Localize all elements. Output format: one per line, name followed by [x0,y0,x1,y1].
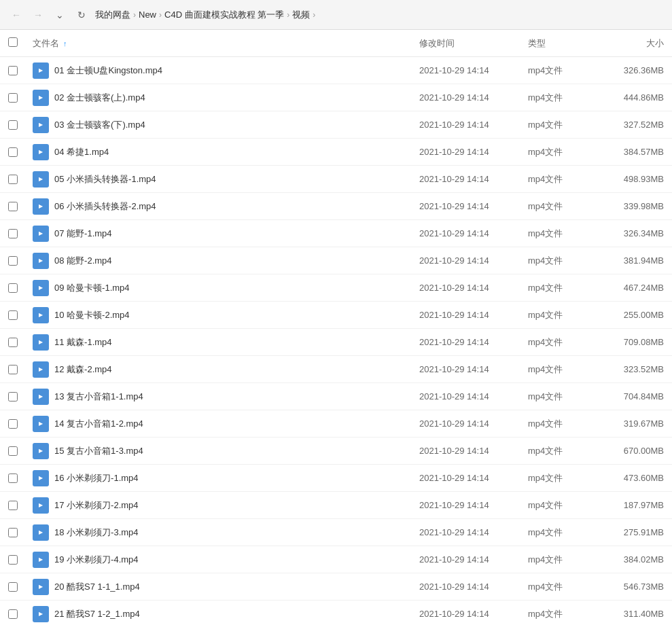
file-type-icon [33,144,49,160]
row-checkbox-col [8,392,33,401]
refresh-button[interactable]: ↻ [73,7,90,23]
row-checkbox[interactable] [8,66,18,75]
file-name-text: 03 金士顿骇客(下).mp4 [54,119,145,131]
row-checkbox[interactable] [8,419,18,429]
row-checkbox[interactable] [8,310,18,320]
file-name-col[interactable]: 08 能野-2.mp4 [33,253,419,269]
file-size: 323.52MB [596,364,664,374]
row-checkbox[interactable] [8,365,18,374]
row-checkbox-col [8,229,33,238]
file-name-col[interactable]: 05 小米插头转换器-1.mp4 [33,171,419,188]
row-checkbox[interactable] [8,609,18,619]
file-name-col[interactable]: 11 戴森-1.mp4 [33,334,419,351]
file-type: mp4文件 [528,526,596,539]
row-checkbox-col [8,609,33,619]
row-checkbox[interactable] [8,120,18,130]
file-name-col[interactable]: 18 小米剃须刀-3.mp4 [33,524,419,541]
row-checkbox[interactable] [8,202,18,211]
header-type-col[interactable]: 类型 [528,37,596,50]
select-all-checkbox[interactable] [8,37,18,47]
file-name-col[interactable]: 07 能野-1.mp4 [33,226,419,242]
file-type: mp4文件 [528,146,596,158]
file-name-col[interactable]: 03 金士顿骇客(下).mp4 [33,117,419,133]
table-row: 09 哈曼卡顿-1.mp4 2021-10-29 14:14 mp4文件 467… [0,274,672,302]
breadcrumb-item-root[interactable]: 我的网盘 [95,9,130,21]
dropdown-button[interactable]: ⌄ [52,7,68,23]
file-date: 2021-10-29 14:14 [419,582,528,592]
file-name-col[interactable]: 12 戴森-2.mp4 [33,361,419,378]
file-date: 2021-10-29 14:14 [419,283,528,293]
file-name-text: 10 哈曼卡顿-2.mp4 [54,309,130,321]
col-size-label: 大小 [646,38,664,48]
file-type: mp4文件 [528,445,596,457]
file-name-col[interactable]: 21 酷我S7 1-2_1.mp4 [33,606,419,622]
row-checkbox[interactable] [8,392,18,401]
header-date-col[interactable]: 修改时间 [419,37,528,50]
back-button[interactable]: ← [8,7,24,23]
file-type-icon [33,416,49,432]
row-checkbox[interactable] [8,446,18,456]
row-checkbox[interactable] [8,283,18,293]
file-type: mp4文件 [528,418,596,430]
header-name-col[interactable]: 文件名 ↑ [33,37,419,50]
file-name-col[interactable]: 17 小米剃须刀-2.mp4 [33,497,419,514]
file-type-icon [33,90,49,106]
file-size: 704.84MB [596,391,664,401]
file-date: 2021-10-29 14:14 [419,500,528,510]
row-checkbox[interactable] [8,338,18,347]
file-name-text: 01 金士顿U盘Kingston.mp4 [54,65,162,77]
row-checkbox[interactable] [8,147,18,157]
file-name-col[interactable]: 09 哈曼卡顿-1.mp4 [33,280,419,296]
file-date: 2021-10-29 14:14 [419,120,528,130]
row-checkbox[interactable] [8,229,18,238]
file-type-icon [33,62,49,79]
row-checkbox-col [8,582,33,592]
breadcrumb-sep-1: › [133,10,136,20]
table-row: 11 戴森-1.mp4 2021-10-29 14:14 mp4文件 709.0… [0,329,672,356]
row-checkbox[interactable] [8,501,18,510]
file-type-icon [33,117,49,133]
breadcrumb-item-new[interactable]: New [139,10,156,20]
file-name-col[interactable]: 19 小米剃须刀-4.mp4 [33,552,419,568]
file-name-text: 14 复古小音箱1-2.mp4 [54,418,143,430]
file-name-col[interactable]: 01 金士顿U盘Kingston.mp4 [33,62,419,79]
forward-button[interactable]: → [30,7,46,23]
file-type-icon [33,552,49,568]
row-checkbox[interactable] [8,528,18,537]
row-checkbox-col [8,120,33,130]
file-name-col[interactable]: 16 小米剃须刀-1.mp4 [33,470,419,486]
row-checkbox[interactable] [8,175,18,184]
header-size-col[interactable]: 大小 [596,37,664,50]
row-checkbox[interactable] [8,555,18,565]
breadcrumb-sep-2: › [159,10,162,20]
table-row: 16 小米剃须刀-1.mp4 2021-10-29 14:14 mp4文件 47… [0,465,672,492]
file-name-col[interactable]: 13 复古小音箱1-1.mp4 [33,389,419,405]
file-type-icon [33,470,49,486]
breadcrumb-item-course[interactable]: C4D 曲面建模实战教程 第一季 [164,9,284,21]
file-type: mp4文件 [528,282,596,294]
file-date: 2021-10-29 14:14 [419,92,528,103]
file-date: 2021-10-29 14:14 [419,201,528,211]
file-name-col[interactable]: 06 小米插头转换器-2.mp4 [33,198,419,215]
file-size: 339.98MB [596,201,664,211]
file-name-col[interactable]: 15 复古小音箱1-3.mp4 [33,443,419,459]
file-type: mp4文件 [528,309,596,321]
file-type-icon [33,253,49,269]
header-checkbox-col [8,37,33,49]
file-name-col[interactable]: 14 复古小音箱1-2.mp4 [33,416,419,432]
row-checkbox[interactable] [8,582,18,592]
file-name-col[interactable]: 10 哈曼卡顿-2.mp4 [33,307,419,323]
file-date: 2021-10-29 14:14 [419,391,528,401]
file-name-col[interactable]: 04 希捷1.mp4 [33,144,419,160]
breadcrumb: 我的网盘 › New › C4D 曲面建模实战教程 第一季 › 视频 › [95,9,664,21]
file-type-icon [33,524,49,541]
breadcrumb-item-video[interactable]: 视频 [292,9,310,21]
row-checkbox[interactable] [8,256,18,266]
table-row: 17 小米剃须刀-2.mp4 2021-10-29 14:14 mp4文件 18… [0,492,672,519]
file-name-col[interactable]: 02 金士顿骇客(上).mp4 [33,90,419,106]
file-type: mp4文件 [528,581,596,593]
file-name-col[interactable]: 20 酷我S7 1-1_1.mp4 [33,579,419,595]
file-type-icon [33,198,49,215]
row-checkbox[interactable] [8,474,18,483]
row-checkbox[interactable] [8,93,18,103]
